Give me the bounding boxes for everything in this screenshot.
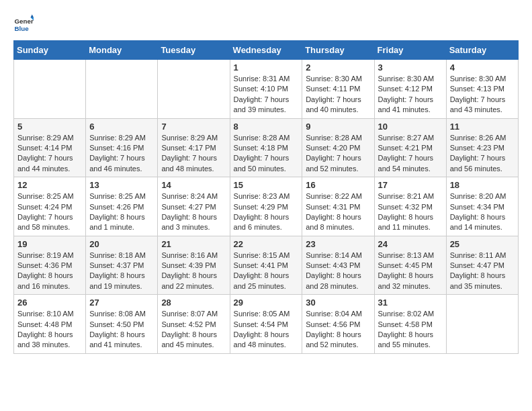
sunrise: Sunrise: 8:27 AM (378, 134, 435, 142)
day-number: 30 (306, 298, 370, 308)
sunset: Sunset: 4:39 PM (161, 261, 216, 269)
calendar-cell: 17Sunrise: 8:21 AMSunset: 4:32 PMDayligh… (374, 177, 446, 236)
cell-content: Sunrise: 8:26 AMSunset: 4:23 PMDaylight:… (450, 133, 515, 175)
sunrise: Sunrise: 8:25 AM (89, 192, 146, 200)
day-number: 20 (89, 239, 154, 249)
daylight: Daylight: 7 hours and 50 minutes. (234, 154, 290, 172)
cell-content: Sunrise: 8:13 AMSunset: 4:45 PMDaylight:… (378, 250, 443, 292)
cell-content: Sunrise: 8:29 AMSunset: 4:16 PMDaylight:… (89, 133, 154, 175)
sunset: Sunset: 4:16 PM (89, 144, 144, 152)
daylight: Daylight: 8 hours and 1 minute. (89, 213, 145, 231)
calendar-cell: 16Sunrise: 8:22 AMSunset: 4:31 PMDayligh… (302, 177, 374, 236)
day-number: 18 (450, 180, 515, 190)
weekday-header: Sunday (14, 41, 86, 60)
calendar-cell: 18Sunrise: 8:20 AMSunset: 4:34 PMDayligh… (446, 177, 518, 236)
cell-content: Sunrise: 8:30 AMSunset: 4:13 PMDaylight:… (450, 74, 515, 116)
day-number: 10 (378, 122, 443, 132)
sunset: Sunset: 4:52 PM (161, 320, 216, 328)
day-number: 11 (450, 122, 515, 132)
daylight: Daylight: 8 hours and 48 minutes. (234, 330, 290, 349)
daylight: Daylight: 8 hours and 35 minutes. (450, 271, 506, 289)
daylight: Daylight: 7 hours and 44 minutes. (17, 154, 73, 172)
day-number: 5 (17, 122, 82, 132)
daylight: Daylight: 8 hours and 8 minutes. (306, 213, 361, 231)
calendar-cell: 6Sunrise: 8:29 AMSunset: 4:16 PMDaylight… (86, 118, 158, 177)
logo-icon: General Blue (13, 13, 34, 34)
calendar-week-row: 1Sunrise: 8:31 AMSunset: 4:10 PMDaylight… (14, 60, 519, 119)
day-number: 31 (378, 298, 443, 308)
day-number: 19 (17, 239, 82, 249)
day-number: 23 (306, 239, 370, 249)
day-number: 25 (450, 239, 515, 249)
cell-content: Sunrise: 8:08 AMSunset: 4:50 PMDaylight:… (89, 309, 154, 351)
calendar-cell: 23Sunrise: 8:14 AMSunset: 4:43 PMDayligh… (302, 236, 374, 295)
daylight: Daylight: 8 hours and 3 minutes. (161, 213, 217, 231)
cell-content: Sunrise: 8:29 AMSunset: 4:17 PMDaylight:… (161, 133, 226, 175)
cell-content: Sunrise: 8:31 AMSunset: 4:10 PMDaylight:… (234, 74, 299, 116)
day-number: 3 (378, 62, 443, 73)
cell-content: Sunrise: 8:20 AMSunset: 4:34 PMDaylight:… (450, 191, 515, 233)
sunrise: Sunrise: 8:30 AM (450, 75, 506, 83)
calendar-cell: 30Sunrise: 8:04 AMSunset: 4:56 PMDayligh… (302, 295, 374, 354)
sunrise: Sunrise: 8:29 AM (89, 134, 146, 142)
day-number: 21 (161, 239, 226, 249)
sunrise: Sunrise: 8:24 AM (161, 192, 218, 200)
cell-content: Sunrise: 8:24 AMSunset: 4:27 PMDaylight:… (161, 191, 226, 233)
calendar-cell: 25Sunrise: 8:11 AMSunset: 4:47 PMDayligh… (446, 236, 518, 295)
daylight: Daylight: 8 hours and 25 minutes. (234, 271, 290, 289)
weekday-header: Friday (374, 41, 446, 60)
calendar-cell: 2Sunrise: 8:30 AMSunset: 4:11 PMDaylight… (302, 60, 374, 119)
calendar-cell: 7Sunrise: 8:29 AMSunset: 4:17 PMDaylight… (158, 118, 230, 177)
calendar-cell: 4Sunrise: 8:30 AMSunset: 4:13 PMDaylight… (446, 60, 518, 119)
day-number: 9 (306, 122, 370, 132)
sunrise: Sunrise: 8:30 AM (378, 75, 435, 83)
calendar-cell: 14Sunrise: 8:24 AMSunset: 4:27 PMDayligh… (158, 177, 230, 236)
day-number: 4 (450, 62, 515, 73)
sunrise: Sunrise: 8:20 AM (450, 192, 506, 200)
day-number: 17 (378, 180, 443, 190)
calendar-cell: 15Sunrise: 8:23 AMSunset: 4:29 PMDayligh… (230, 177, 302, 236)
daylight: Daylight: 8 hours and 38 minutes. (17, 330, 73, 349)
weekday-header: Thursday (302, 41, 374, 60)
sunset: Sunset: 4:37 PM (89, 261, 144, 269)
logo: General Blue (13, 13, 34, 34)
calendar-cell: 9Sunrise: 8:28 AMSunset: 4:20 PMDaylight… (302, 118, 374, 177)
sunset: Sunset: 4:23 PM (450, 144, 504, 152)
day-number: 15 (234, 180, 299, 190)
cell-content: Sunrise: 8:30 AMSunset: 4:12 PMDaylight:… (378, 74, 443, 116)
weekday-header: Monday (86, 41, 158, 60)
cell-content: Sunrise: 8:22 AMSunset: 4:31 PMDaylight:… (306, 191, 370, 233)
sunrise: Sunrise: 8:25 AM (17, 192, 74, 200)
daylight: Daylight: 8 hours and 45 minutes. (161, 330, 217, 349)
page-header: General Blue (13, 13, 519, 34)
sunrise: Sunrise: 8:15 AM (234, 251, 290, 259)
cell-content: Sunrise: 8:27 AMSunset: 4:21 PMDaylight:… (378, 133, 443, 175)
sunset: Sunset: 4:29 PM (234, 203, 288, 211)
svg-text:General: General (15, 17, 34, 25)
daylight: Daylight: 7 hours and 46 minutes. (89, 154, 145, 172)
cell-content: Sunrise: 8:25 AMSunset: 4:24 PMDaylight:… (17, 191, 82, 233)
calendar-cell (158, 60, 230, 119)
sunrise: Sunrise: 8:29 AM (161, 134, 218, 142)
sunrise: Sunrise: 8:28 AM (306, 134, 362, 142)
day-number: 2 (306, 62, 370, 73)
sunset: Sunset: 4:12 PM (378, 85, 433, 93)
daylight: Daylight: 8 hours and 52 minutes. (306, 330, 361, 349)
daylight: Daylight: 8 hours and 55 minutes. (378, 330, 434, 349)
sunset: Sunset: 4:11 PM (306, 85, 360, 93)
sunset: Sunset: 4:17 PM (161, 144, 216, 152)
sunset: Sunset: 4:54 PM (234, 320, 288, 328)
day-number: 8 (234, 122, 299, 132)
day-number: 12 (17, 180, 82, 190)
calendar-cell: 27Sunrise: 8:08 AMSunset: 4:50 PMDayligh… (86, 295, 158, 354)
cell-content: Sunrise: 8:28 AMSunset: 4:18 PMDaylight:… (234, 133, 299, 175)
daylight: Daylight: 7 hours and 58 minutes. (17, 213, 73, 231)
calendar-cell: 5Sunrise: 8:29 AMSunset: 4:14 PMDaylight… (14, 118, 86, 177)
cell-content: Sunrise: 8:15 AMSunset: 4:41 PMDaylight:… (234, 250, 299, 292)
day-number: 28 (161, 298, 226, 308)
cell-content: Sunrise: 8:16 AMSunset: 4:39 PMDaylight:… (161, 250, 226, 292)
calendar-week-row: 12Sunrise: 8:25 AMSunset: 4:24 PMDayligh… (14, 177, 519, 236)
daylight: Daylight: 7 hours and 54 minutes. (378, 154, 434, 172)
day-number: 29 (234, 298, 299, 308)
sunset: Sunset: 4:56 PM (306, 320, 360, 328)
